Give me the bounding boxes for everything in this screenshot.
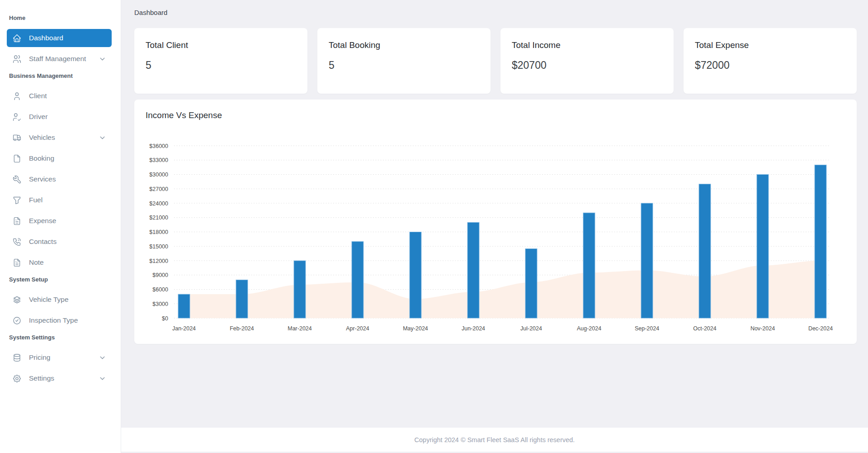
y-axis-tick-label: $12000 bbox=[149, 258, 168, 264]
sidebar-item-label: Note bbox=[29, 258, 44, 267]
x-axis-tick-label: Jan-2024 bbox=[172, 325, 196, 332]
income-bar-Jun-2024 bbox=[467, 222, 479, 318]
database-icon bbox=[12, 353, 22, 362]
sidebar-item-label: Vehicle Type bbox=[29, 296, 69, 304]
gear-icon bbox=[12, 374, 22, 383]
stat-card-title: Total Client bbox=[146, 40, 296, 50]
sidebar-item-label: Booking bbox=[29, 154, 54, 162]
y-axis-tick-label: $27000 bbox=[149, 186, 168, 192]
x-axis-tick-label: Sep-2024 bbox=[635, 325, 659, 332]
page-title: Dashboard bbox=[134, 9, 167, 16]
income-bar-Jan-2024 bbox=[178, 294, 190, 318]
sidebar-section-header: System Settings bbox=[0, 333, 121, 342]
footer-text: Copyright 2024 © Smart Fleet SaaS All ri… bbox=[415, 436, 575, 443]
y-axis-tick-label: $15000 bbox=[149, 243, 168, 250]
chart-title: Income Vs Expense bbox=[146, 110, 845, 120]
stat-card-value: $72000 bbox=[695, 59, 845, 72]
sidebar-item-contacts[interactable]: Contacts bbox=[7, 233, 112, 251]
x-axis-tick-label: Oct-2024 bbox=[693, 325, 716, 332]
sidebar-item-fuel[interactable]: Fuel bbox=[7, 191, 112, 209]
sidebar-section-header: Home bbox=[0, 14, 121, 23]
file-text-icon bbox=[12, 216, 22, 226]
stat-card-value: 5 bbox=[329, 59, 479, 72]
sidebar-item-label: Staff Management bbox=[29, 55, 86, 63]
stat-card-value: $20700 bbox=[512, 59, 662, 72]
sidebar-item-label: Client bbox=[29, 92, 47, 100]
footer: Copyright 2024 © Smart Fleet SaaS All ri… bbox=[121, 428, 868, 452]
x-axis-tick-label: May-2024 bbox=[403, 325, 428, 332]
stat-card-title: Total Income bbox=[512, 40, 662, 50]
sidebar-item-settings[interactable]: Settings bbox=[7, 369, 112, 387]
phone-call-icon bbox=[12, 237, 22, 247]
sidebar-section-header: Business Management bbox=[0, 72, 121, 81]
chevron-down-icon bbox=[99, 55, 106, 63]
sidebar-item-services[interactable]: Services bbox=[7, 170, 112, 188]
income-bar-Apr-2024 bbox=[352, 242, 363, 318]
stat-card-title: Total Booking bbox=[329, 40, 479, 50]
y-axis-tick-label: $36000 bbox=[149, 143, 168, 149]
sidebar-section: Business ManagementClientDriverVehiclesB… bbox=[0, 72, 121, 272]
sidebar-section: System SettingsPricingSettings bbox=[0, 333, 121, 387]
home-icon bbox=[12, 33, 22, 43]
x-axis-tick-label: Feb-2024 bbox=[230, 325, 254, 332]
layers-icon bbox=[12, 295, 22, 305]
sidebar-item-staff-management[interactable]: Staff Management bbox=[7, 50, 112, 68]
income-bar-Jul-2024 bbox=[525, 249, 537, 318]
sidebar-item-label: Contacts bbox=[29, 238, 57, 246]
sidebar-item-pricing[interactable]: Pricing bbox=[7, 348, 112, 367]
sidebar-item-expense[interactable]: Expense bbox=[7, 212, 112, 230]
stat-cards-row: Total Client5Total Booking5Total Income$… bbox=[121, 28, 868, 94]
x-axis-tick-label: Mar-2024 bbox=[288, 325, 312, 332]
expense-area-series bbox=[184, 261, 821, 318]
sidebar: HomeDashboardStaff ManagementBusiness Ma… bbox=[0, 0, 121, 453]
x-axis-tick-label: Aug-2024 bbox=[577, 325, 601, 332]
y-axis-tick-label: $24000 bbox=[149, 200, 168, 207]
file-icon bbox=[12, 154, 22, 163]
chevron-down-icon bbox=[99, 134, 106, 142]
sidebar-item-label: Expense bbox=[29, 217, 56, 225]
income-bar-Oct-2024 bbox=[699, 184, 711, 318]
sidebar-item-client[interactable]: Client bbox=[7, 87, 112, 105]
income-bar-Dec-2024 bbox=[815, 165, 826, 318]
y-axis-tick-label: $33000 bbox=[149, 157, 168, 163]
app-root: HomeDashboardStaff ManagementBusiness Ma… bbox=[0, 0, 868, 453]
user-check-icon bbox=[12, 112, 22, 122]
note-icon bbox=[12, 258, 22, 267]
sidebar-section-header: System Setup bbox=[0, 275, 121, 284]
chevron-down-icon bbox=[99, 354, 106, 362]
sidebar-section: HomeDashboardStaff Management bbox=[0, 14, 121, 68]
stat-card-title: Total Expense bbox=[695, 40, 845, 50]
sidebar-section: System SetupVehicle TypeInspection Type bbox=[0, 275, 121, 329]
main-area: Dashboard Total Client5Total Booking5Tot… bbox=[121, 0, 868, 453]
sidebar-nav: HomeDashboardStaff ManagementBusiness Ma… bbox=[0, 14, 121, 387]
x-axis-tick-label: Jul-2024 bbox=[520, 325, 542, 332]
sidebar-item-vehicles[interactable]: Vehicles bbox=[7, 129, 112, 147]
y-axis-tick-label: $6000 bbox=[152, 286, 168, 293]
sidebar-item-label: Inspection Type bbox=[29, 316, 78, 324]
sidebar-item-vehicle-type[interactable]: Vehicle Type bbox=[7, 291, 112, 309]
chevron-down-icon bbox=[99, 375, 106, 382]
sidebar-item-label: Dashboard bbox=[29, 34, 63, 42]
sidebar-item-label: Vehicles bbox=[29, 134, 55, 142]
sidebar-item-booking[interactable]: Booking bbox=[7, 149, 112, 167]
truck-icon bbox=[12, 133, 22, 143]
sidebar-item-driver[interactable]: Driver bbox=[7, 108, 112, 126]
sidebar-item-label: Driver bbox=[29, 113, 47, 121]
circle-check-icon bbox=[12, 316, 22, 325]
stat-card-total-income: Total Income$20700 bbox=[500, 28, 674, 94]
sidebar-item-label: Services bbox=[29, 175, 56, 183]
sidebar-item-inspection-type[interactable]: Inspection Type bbox=[7, 311, 112, 329]
chart-card: Income Vs Expense $0$3000$6000$9000$1200… bbox=[134, 100, 857, 344]
x-axis-tick-label: Nov-2024 bbox=[750, 325, 775, 332]
stat-card-value: 5 bbox=[146, 59, 296, 72]
y-axis-tick-label: $9000 bbox=[152, 272, 168, 278]
income-bar-Aug-2024 bbox=[583, 213, 595, 318]
income-bar-May-2024 bbox=[410, 232, 421, 319]
sidebar-item-note[interactable]: Note bbox=[7, 253, 112, 272]
income-vs-expense-chart: $0$3000$6000$9000$12000$15000$18000$2100… bbox=[146, 126, 845, 339]
y-axis-tick-label: $0 bbox=[162, 315, 168, 322]
sidebar-item-dashboard[interactable]: Dashboard bbox=[7, 29, 112, 47]
x-axis-tick-label: Dec-2024 bbox=[808, 325, 833, 332]
stat-card-total-booking: Total Booking5 bbox=[317, 28, 491, 94]
income-bar-Feb-2024 bbox=[236, 280, 248, 318]
